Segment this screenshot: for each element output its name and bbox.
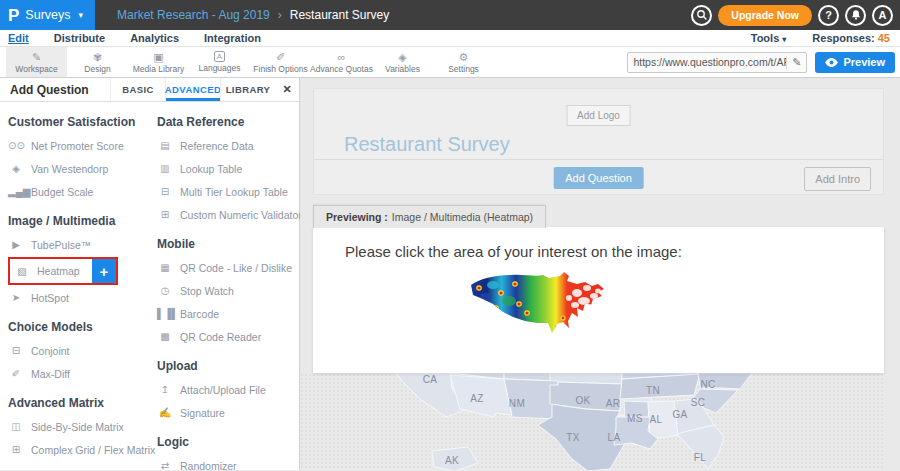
question-text: Please click the area of your interest o… <box>345 243 682 260</box>
section-heading: Data Reference <box>157 115 298 129</box>
reference-data-icon: ▤ <box>157 140 173 151</box>
nav-tab-integration[interactable]: Integration <box>204 32 261 44</box>
question-type-budget-scale[interactable]: ▂▄▆ Budget Scale <box>8 180 149 203</box>
responses-count: 45 <box>878 32 890 44</box>
edit-toolbar: ✎ Workspace ✾ Design ▣ Media Library A L… <box>0 47 900 78</box>
state-label-al: AL <box>649 414 662 425</box>
question-type-side-by-side-matrix[interactable]: ◫ Side-By-Side Matrix <box>8 415 149 438</box>
question-type-max-diff[interactable]: ✐ Max-Diff <box>8 362 149 385</box>
section-heading: Image / Multimedia <box>8 214 149 228</box>
bar-chart-icon: ▂▄▆ <box>8 186 24 197</box>
search-button[interactable] <box>691 5 712 26</box>
state-label-fl: FL <box>694 452 706 463</box>
add-logo-button[interactable]: Add Logo <box>566 105 631 126</box>
nav-tab-edit[interactable]: Edit <box>8 32 29 44</box>
state-label-nm: NM <box>509 398 525 409</box>
toolbar-languages[interactable]: A Languages <box>189 47 250 77</box>
nav-tab-analytics[interactable]: Analytics <box>130 32 179 44</box>
state-label-nc: NC <box>700 379 715 390</box>
question-type-reference-data[interactable]: ▤ Reference Data <box>157 134 298 157</box>
survey-url-input[interactable] <box>633 56 786 68</box>
questionpro-logo-icon: P <box>8 7 19 24</box>
tab-basic[interactable]: BASIC <box>110 78 165 101</box>
state-label-tx: TX <box>566 432 580 443</box>
question-type-multi-tier-lookup[interactable]: ⊟ Multi Tier Lookup Table <box>157 180 298 203</box>
nav-tab-distribute[interactable]: Distribute <box>54 32 105 44</box>
links-icon: ∞ <box>338 51 346 63</box>
edit-url-pencil-icon[interactable]: ✎ <box>786 56 801 69</box>
question-type-signature[interactable]: ✍ Signature <box>157 401 298 424</box>
upgrade-now-button[interactable]: Upgrade Now <box>718 5 812 26</box>
grid-icon: ⊞ <box>8 444 24 455</box>
add-question-panel: Add Question BASIC ADVANCED LIBRARY ✕ Cu… <box>0 78 300 470</box>
breadcrumb: Market Research - Aug 2019 › Restaurant … <box>117 8 389 22</box>
question-type-van-westendorp[interactable]: ◈ Van Westendorp <box>8 157 149 180</box>
tools-label: Tools <box>751 32 780 44</box>
help-button[interactable]: ? <box>818 5 839 26</box>
toolbar-variables[interactable]: ◈ Variables <box>372 47 433 77</box>
avatar[interactable]: A <box>872 5 893 26</box>
panel-title: Add Question <box>0 78 110 101</box>
tools-menu[interactable]: Tools ▾ <box>751 32 787 44</box>
question-type-qr-like-dislike[interactable]: ▦ QR Code - Like / Dislike <box>157 256 298 279</box>
state-label-tn: TN <box>646 385 660 396</box>
question-type-net-promoter-score[interactable]: ⊙⊙ Net Promoter Score <box>8 134 149 157</box>
breadcrumb-folder[interactable]: Market Research - Aug 2019 <box>117 8 270 22</box>
responses-label: Responses: <box>812 32 874 44</box>
panel-column-1: Customer Satisfaction ⊙⊙ Net Promoter Sc… <box>8 104 149 471</box>
state-label-az: AZ <box>470 393 484 404</box>
tab-advanced[interactable]: ADVANCED <box>165 78 220 101</box>
survey-header-card: Add Logo Restaurant Survey Add Question … <box>313 88 884 195</box>
net-promoter-score-icon: ⊙⊙ <box>8 140 24 151</box>
multi-tier-icon: ⊟ <box>157 186 173 197</box>
notifications-button[interactable] <box>845 5 866 26</box>
max-diff-icon: ✐ <box>8 368 24 379</box>
question-type-attach-upload[interactable]: ↥ Attach/Upload File <box>157 378 298 401</box>
section-heading: Advanced Matrix <box>8 396 149 410</box>
toolbar-settings[interactable]: ⚙ Settings <box>433 47 494 77</box>
conjoint-icon: ⊟ <box>8 345 24 356</box>
toolbar-advance-quotas[interactable]: ∞ Advance Quotas <box>311 47 372 77</box>
top-bar: P Surveys ▾ Market Research - Aug 2019 ›… <box>0 0 900 30</box>
question-type-randomizer[interactable]: ⇄ Randomizer <box>157 454 298 471</box>
toolbar-finish-options[interactable]: ✐ Finish Options <box>250 47 311 77</box>
bell-icon <box>850 9 862 21</box>
question-type-stop-watch[interactable]: ◷ Stop Watch <box>157 279 298 302</box>
previewing-tab: Previewing : Image / Multimedia (Heatmap… <box>313 205 546 228</box>
chevron-down-icon: ▾ <box>79 10 84 20</box>
add-question-button[interactable]: Add Question <box>553 167 644 189</box>
survey-nav: Edit Distribute Analytics Integration To… <box>0 30 900 47</box>
question-type-tubepulse[interactable]: ▶ TubePulse™ <box>8 233 149 256</box>
surveys-menu[interactable]: P Surveys ▾ <box>0 0 95 30</box>
question-type-hotspot[interactable]: ➤ HotSpot <box>8 286 149 309</box>
question-type-qr-code-reader[interactable]: ▩ QR Code Reader <box>157 325 298 348</box>
heatmap-image[interactable] <box>465 271 647 341</box>
question-type-heatmap[interactable]: ▧ Heatmap <box>14 259 92 283</box>
toolbar-workspace[interactable]: ✎ Workspace <box>6 47 67 77</box>
close-icon[interactable]: ✕ <box>275 78 299 101</box>
survey-url-box: ✎ <box>627 52 807 73</box>
workspace-icon: ✎ <box>32 51 41 63</box>
question-type-conjoint[interactable]: ⊟ Conjoint <box>8 339 149 362</box>
us-map-background: CA AZ NM OK AR TN NC SC MS AL GA TX LA F… <box>300 373 884 470</box>
question-type-complex-grid[interactable]: ⊞ Complex Grid / Flex Matrix <box>8 438 149 461</box>
add-intro-button[interactable]: Add Intro <box>804 167 871 191</box>
cursor-icon: ➤ <box>8 292 24 303</box>
question-type-lookup-table[interactable]: ▥ Lookup Table <box>157 157 298 180</box>
add-heatmap-button[interactable]: + <box>92 259 116 283</box>
preview-button[interactable]: Preview <box>815 52 895 73</box>
tab-library[interactable]: LIBRARY <box>220 78 275 101</box>
toolbar-design[interactable]: ✾ Design <box>67 47 128 77</box>
upload-icon: ↥ <box>157 384 173 395</box>
toolbar-media-library[interactable]: ▣ Media Library <box>128 47 189 77</box>
previewing-value: Image / Multimedia (Heatmap) <box>392 211 533 223</box>
breadcrumb-separator-icon: › <box>278 8 282 22</box>
heatmap-highlight-box: ▧ Heatmap + <box>8 257 118 285</box>
responses-counter[interactable]: Responses: 45 <box>812 32 890 44</box>
validator-icon: ⊞ <box>157 209 173 220</box>
question-type-barcode[interactable]: ▌▐▌ Barcode <box>157 302 298 325</box>
survey-title[interactable]: Restaurant Survey <box>344 133 510 156</box>
question-type-custom-numeric-validator[interactable]: ⊞ Custom Numeric Validator <box>157 203 298 226</box>
panel-column-2: Data Reference ▤ Reference Data ▥ Lookup… <box>157 104 298 471</box>
signature-icon: ✍ <box>157 407 173 418</box>
